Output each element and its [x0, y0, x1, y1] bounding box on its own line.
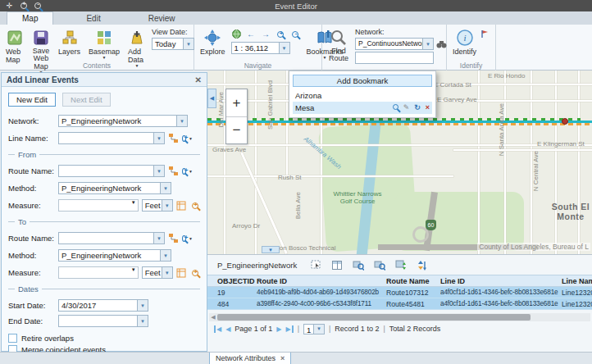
web-map-button[interactable]: Web Map	[3, 27, 26, 66]
zoom-menu-icon[interactable]: +▼	[182, 133, 193, 143]
zoom-menu-icon[interactable]: +▼	[182, 166, 193, 176]
new-edit-button[interactable]: New Edit	[8, 93, 56, 107]
bookmark-delete-icon[interactable]: ×	[426, 104, 430, 111]
column-header[interactable]: Line Name	[562, 277, 592, 285]
switch-selection-icon[interactable]	[395, 260, 407, 271]
tab-edit[interactable]: Edit	[71, 11, 115, 25]
column-header[interactable]: Line ID	[440, 277, 562, 285]
from-method-select[interactable]: P_EngineeringNetwork ▼	[58, 182, 171, 194]
tab-review[interactable]: Review	[134, 11, 190, 25]
last-page-button[interactable]: ▶	[286, 325, 294, 333]
ribbon: Web Map Save Web Map ▼ Layers Basemap ▼	[0, 25, 592, 71]
horizontal-scrollbar[interactable]: ◀	[209, 313, 590, 321]
tab-map[interactable]: Map	[7, 11, 53, 25]
zoom-to-selection-icon[interactable]	[353, 260, 364, 271]
to-measure-input[interactable]: ▼	[58, 266, 139, 279]
scroll-left-icon[interactable]: ◀	[209, 314, 217, 321]
bookmark-item-mesa[interactable]: Mesa ✎ ↻ ×	[293, 102, 432, 114]
bookmark-edit-icon[interactable]: ✎	[403, 104, 410, 111]
collapse-panel-button[interactable]: ◀	[207, 89, 216, 108]
find-route-input[interactable]	[355, 52, 434, 64]
flag-icon[interactable]	[479, 29, 490, 39]
bookmark-item-arizona[interactable]: Arizona	[293, 89, 432, 102]
road-line	[478, 71, 480, 254]
explore-icon	[203, 29, 221, 47]
line-name-label: Line Name:	[8, 134, 55, 143]
close-tab-icon[interactable]: ×	[280, 354, 285, 362]
map-zoom-in-button[interactable]: +	[226, 89, 247, 116]
binoculars-icon[interactable]	[436, 39, 447, 49]
first-page-button[interactable]: ◀	[214, 325, 221, 333]
end-date-input[interactable]: ▼	[58, 315, 148, 327]
checkbox[interactable]	[8, 334, 17, 343]
measure-ruler-icon[interactable]	[176, 267, 187, 278]
table-row[interactable]: 19 4eb9419b-af9b-4d04-ab69-1d493476802b …	[207, 287, 592, 298]
bookmark-zoom-icon[interactable]	[393, 104, 398, 111]
to-route-name-select[interactable]: ▼	[58, 232, 165, 244]
route-point-marker[interactable]	[562, 118, 568, 125]
to-method-select[interactable]: P_EngineeringNetwork ▼	[58, 249, 171, 262]
from-route-name-select[interactable]: ▼	[58, 165, 165, 177]
globe-icon[interactable]	[231, 29, 242, 39]
identify-button[interactable]: i Identify	[450, 27, 479, 57]
add-bookmark-button[interactable]: Add Bookmark	[293, 75, 432, 87]
sort-icon[interactable]	[417, 260, 428, 271]
street-label: Bella Ave	[294, 192, 302, 219]
explore-button[interactable]: Explore	[198, 27, 228, 57]
map-scale-select[interactable]: 1 : 36,112 ▼	[231, 42, 290, 54]
find-route-icon	[330, 29, 348, 47]
select-route-on-map-icon[interactable]	[168, 233, 179, 243]
column-header[interactable]: OBJECTID	[217, 277, 257, 285]
zoom-to-feature-icon[interactable]	[374, 260, 385, 271]
save-icon	[32, 29, 50, 47]
from-unit-select[interactable]: Feet ▼	[142, 199, 173, 212]
find-route-button[interactable]: Find Route	[326, 27, 351, 65]
next-page-button[interactable]: ▶	[276, 325, 281, 333]
collapse-table-button[interactable]: ▼	[262, 246, 280, 253]
chevron-down-icon: ▼	[162, 200, 172, 211]
basemap-icon	[95, 29, 113, 47]
street-label: N Santa Anita Ave	[498, 103, 505, 156]
select-line-on-map-icon[interactable]	[168, 133, 179, 143]
chevron-down-icon: ▼	[422, 39, 433, 49]
page-title: Event Editor	[0, 2, 592, 11]
line-name-select[interactable]: ▼	[58, 132, 165, 144]
network-select[interactable]: P_ContinuousNetwork ▼	[355, 38, 434, 50]
start-date-input[interactable]: 4/30/2017 ▼	[58, 299, 148, 312]
street-label: E Rio Hondo	[488, 72, 525, 80]
measure-ruler-icon[interactable]	[176, 200, 187, 211]
select-route-on-map-icon[interactable]	[168, 166, 179, 176]
page-number-select[interactable]: 1 ▼	[303, 324, 325, 334]
forward-arrow-icon[interactable]: →	[261, 29, 271, 39]
to-unit-select[interactable]: Feet ▼	[142, 266, 173, 279]
network-select[interactable]: P_EngineeringNetwork ▼	[58, 115, 188, 127]
app-titlebar: ✛ + - Event Editor	[0, 0, 592, 11]
chevron-down-icon: ▼	[102, 57, 107, 59]
zoom-out-icon[interactable]: -	[290, 29, 301, 39]
next-edit-button[interactable]: Next Edit	[62, 93, 111, 107]
back-arrow-icon[interactable]: ←	[246, 29, 257, 39]
select-features-icon[interactable]	[310, 260, 321, 271]
zoom-icon[interactable]: +	[189, 267, 200, 278]
column-header[interactable]: Route Name	[386, 277, 440, 285]
from-measure-input[interactable]: ▼	[58, 199, 139, 212]
column-header[interactable]: Route ID	[257, 277, 386, 285]
zoom-icon[interactable]: +	[189, 200, 200, 211]
scrollbar-thumb[interactable]	[217, 314, 531, 321]
close-icon[interactable]: ✕	[195, 75, 202, 84]
retire-overlaps-option[interactable]: Retire overlaps	[8, 334, 200, 343]
prev-page-button[interactable]: ◀	[225, 325, 230, 333]
layers-button[interactable]: Layers	[56, 27, 83, 57]
route-name-label: Route Name:	[8, 166, 55, 175]
view-date-select[interactable]: Today ▼	[152, 38, 194, 50]
bookmark-refresh-icon[interactable]: ↻	[414, 104, 421, 111]
basemap-button[interactable]: Basemap ▼	[86, 27, 122, 61]
street-label: Rush St	[278, 174, 301, 181]
table-row[interactable]: 484 a398ff4c-2940-4c00-96b6-c5343f8f1711…	[207, 298, 592, 310]
attribute-table-icon[interactable]	[331, 260, 343, 271]
zoom-in-icon[interactable]: +	[276, 29, 286, 39]
view-date-label: View Date:	[152, 28, 194, 36]
map-zoom-out-button[interactable]: −	[226, 116, 247, 143]
zoom-menu-icon[interactable]: +▼	[182, 233, 193, 243]
tab-network-attributes[interactable]: Network Attributes ×	[209, 353, 291, 364]
